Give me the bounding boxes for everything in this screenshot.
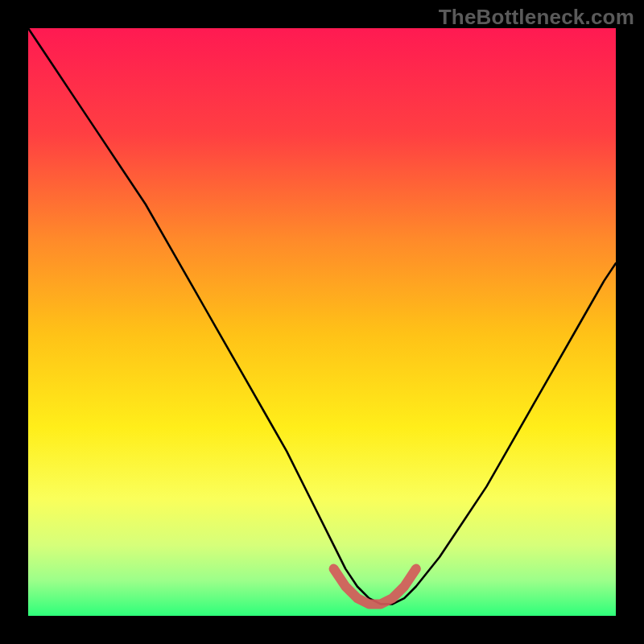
plot-background	[28, 28, 616, 616]
bottleneck-curve-chart	[0, 0, 644, 644]
watermark-text: TheBottleneck.com	[439, 5, 634, 30]
chart-frame: TheBottleneck.com	[0, 0, 644, 644]
